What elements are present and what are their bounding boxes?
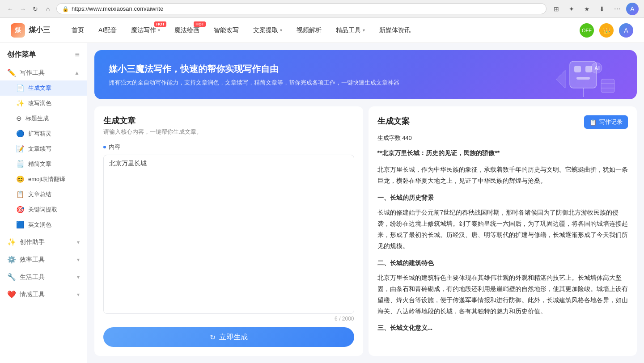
sidebar-section-life-tools-header[interactable]: 🔧 生活工具 ▾	[0, 269, 87, 285]
char-separator: /	[339, 316, 342, 322]
english-polish-label: 英文润色	[28, 221, 51, 229]
sidebar: 创作菜单 ≡ ✏️ 写作工具 ▲ 📄 生成文章 ✨ 改写润色 ⊖ 标	[0, 43, 87, 363]
sidebar-section-writing-tools: ✏️ 写作工具 ▲ 📄 生成文章 ✨ 改写润色 ⊖ 标题生成 🔵 扩写精灵	[0, 65, 87, 232]
sidebar-item-keyword-extract[interactable]: 🎯 关键词提取	[0, 202, 87, 217]
logo-abbr: 煤	[15, 26, 21, 34]
sidebar-item-rewrite-polish[interactable]: ✨ 改写润色	[0, 96, 87, 111]
char-count: 6 / 2000	[103, 316, 354, 322]
content-dot	[103, 146, 106, 148]
browser-controls: ← → ↻ ⌂	[5, 4, 53, 14]
nav-magic-writing-label: 魔法写作	[131, 26, 156, 34]
main-nav: 首页 AI配音 魔法写作 HOT ▾ 魔法绘画 HOT 智能改写 文案提取 ▾ …	[64, 18, 580, 43]
main-layout: 创作菜单 ≡ ✏️ 写作工具 ▲ 📄 生成文章 ✨ 改写润色 ⊖ 标	[0, 43, 644, 363]
life-tools-icon: 🔧	[7, 273, 16, 281]
nav-right: OFF 👑 A	[580, 23, 633, 38]
svg-rect-1	[574, 66, 581, 72]
content-area: 媒小三魔法写作，快速的帮你实现写作自由 拥有强大的全自动写作能力，支持文章润色，…	[87, 43, 644, 363]
sidebar-section-emotion-tools: ❤️ 情感工具 ▾	[0, 287, 87, 302]
nav-video-analysis-label: 视频解析	[297, 26, 322, 34]
forward-button[interactable]: →	[18, 4, 28, 14]
sidebar-item-expand-writing[interactable]: 🔵 扩写精灵	[0, 126, 87, 141]
emotion-tools-text: 情感工具	[20, 291, 45, 299]
browser-bar: ← → ↻ ⌂ 🔒 https://www.meixiaosan.com/aiw…	[0, 0, 644, 18]
generate-button[interactable]: ↻ 立即生成	[103, 327, 354, 347]
sidebar-item-emoji-translate[interactable]: 😊 emoji表情翻译	[0, 172, 87, 187]
user-avatar[interactable]: A	[619, 23, 633, 38]
efficiency-tools-chevron: ▾	[77, 257, 80, 263]
article-heading: **北京万里长城：历史的见证，民族的骄傲**	[377, 148, 628, 159]
nav-ai-dubbing-label: AI配音	[98, 26, 117, 34]
efficiency-tools-text: 效率工具	[20, 256, 45, 264]
continue-writing-label: 文章续写	[28, 145, 51, 153]
life-tools-text: 生活工具	[20, 273, 45, 281]
svg-rect-3	[576, 77, 590, 80]
article-input[interactable]: 北京万里长城	[103, 155, 354, 314]
sidebar-item-simplify-article[interactable]: 🗒️ 精简文章	[0, 156, 87, 172]
address-bar[interactable]: 🔒 https://www.meixiaosan.com/aiwrite	[56, 3, 547, 14]
sidebar-section-life-tools-label: 🔧 生活工具	[7, 273, 45, 281]
writing-record-icon: 📋	[589, 119, 597, 126]
emotion-tools-chevron: ▾	[77, 291, 80, 298]
creative-assistant-chevron: ▾	[77, 239, 80, 245]
browser-avatar[interactable]: A	[626, 3, 639, 15]
sidebar-item-continue-writing[interactable]: 📝 文章续写	[0, 141, 87, 156]
extension-button[interactable]: ✦	[565, 3, 578, 15]
keyword-extract-icon: 🎯	[16, 206, 25, 214]
char-current: 6	[335, 316, 338, 322]
article-content[interactable]: **北京万里长城：历史的见证，民族的骄傲** 北京万里长城，作为中华民族的象征，…	[377, 148, 628, 347]
crown-button[interactable]: 👑	[599, 23, 614, 38]
keyword-extract-label: 关键词提取	[28, 206, 57, 214]
nav-new-media[interactable]: 新媒体资讯	[372, 18, 418, 43]
bookmark-button[interactable]: ★	[580, 3, 593, 15]
banner-decoration: AI	[534, 52, 623, 97]
logo[interactable]: 煤 煤小三	[11, 23, 50, 38]
premium-tools-chevron: ▾	[363, 28, 365, 33]
writing-record-button[interactable]: 📋 写作记录	[584, 115, 628, 129]
sidebar-section-creative-assistant-header[interactable]: ✨ 创作助手 ▾	[0, 234, 87, 250]
emoji-translate-icon: 😊	[16, 175, 25, 183]
sidebar-menu-icon[interactable]: ≡	[75, 50, 80, 59]
url-text: https://www.meixiaosan.com/aiwrite	[72, 5, 163, 12]
refresh-button[interactable]: ↻	[30, 4, 40, 14]
svg-rect-2	[585, 66, 592, 72]
continue-writing-icon: 📝	[16, 145, 25, 153]
nav-video-analysis[interactable]: 视频解析	[289, 18, 329, 43]
nav-smart-rewrite[interactable]: 智能改写	[207, 18, 246, 43]
nav-magic-drawing-label: 魔法绘画	[174, 26, 199, 34]
more-button[interactable]: ⋯	[611, 3, 623, 15]
sidebar-section-emotion-tools-header[interactable]: ❤️ 情感工具 ▾	[0, 287, 87, 302]
sidebar-section-efficiency-tools-header[interactable]: ⚙️ 效率工具 ▾	[0, 252, 87, 267]
char-max: 2000	[342, 316, 354, 322]
off-badge-button[interactable]: OFF	[580, 23, 594, 38]
sidebar-item-title-generate[interactable]: ⊖ 标题生成	[0, 111, 87, 126]
writing-tools-icon: ✏️	[7, 68, 16, 77]
word-count-value: 440	[402, 135, 412, 141]
rewrite-polish-label: 改写润色	[28, 99, 51, 107]
sidebar-item-english-polish[interactable]: 🟦 英文润色	[0, 217, 87, 232]
nav-magic-writing[interactable]: 魔法写作 HOT ▾	[124, 18, 167, 43]
sidebar-section-writing-tools-header[interactable]: ✏️ 写作工具 ▲	[0, 65, 87, 80]
article-section-2: 二、长城的建筑特色	[377, 257, 628, 269]
sidebar-item-article-summary[interactable]: 📋 文章总结	[0, 187, 87, 202]
nav-copywriting[interactable]: 文案提取 ▾	[246, 18, 289, 43]
nav-smart-rewrite-label: 智能改写	[214, 26, 239, 34]
logo-text: 煤小三	[29, 25, 50, 35]
generate-article-icon: 📄	[16, 84, 25, 92]
tab-grid-button[interactable]: ⊞	[550, 3, 563, 15]
nav-premium-tools[interactable]: 精品工具 ▾	[329, 18, 372, 43]
expand-writing-icon: 🔵	[16, 130, 25, 138]
nav-home[interactable]: 首页	[64, 18, 91, 43]
nav-magic-drawing[interactable]: 魔法绘画 HOT	[167, 18, 207, 43]
home-button[interactable]: ⌂	[43, 4, 53, 14]
back-button[interactable]: ←	[5, 4, 15, 14]
magic-drawing-hot-badge: HOT	[194, 21, 206, 27]
article-section-1: 一、长城的历史背景	[377, 192, 628, 203]
copywriting-chevron: ▾	[280, 28, 282, 33]
sidebar-title: 创作菜单	[7, 50, 36, 59]
nav-ai-dubbing[interactable]: AI配音	[91, 18, 124, 43]
download-button[interactable]: ⬇	[596, 3, 608, 15]
word-count-label: 生成字数	[377, 135, 401, 141]
article-section-3: 三、长城文化意义...	[377, 322, 628, 333]
simplify-article-icon: 🗒️	[16, 160, 25, 168]
sidebar-item-generate-article[interactable]: 📄 生成文章	[0, 80, 87, 96]
